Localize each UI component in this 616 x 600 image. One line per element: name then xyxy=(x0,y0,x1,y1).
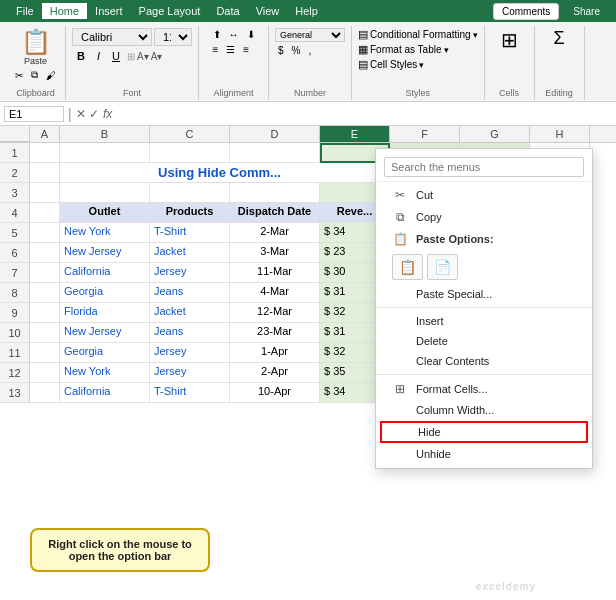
cell-A12[interactable] xyxy=(30,363,60,383)
cell-A8[interactable] xyxy=(30,283,60,303)
menu-item-column-width[interactable]: Column Width... xyxy=(376,400,592,420)
align-center-btn[interactable]: ☰ xyxy=(223,43,238,56)
align-left-btn[interactable]: ≡ xyxy=(210,43,222,56)
col-header-A[interactable]: A xyxy=(30,126,60,142)
align-middle-btn[interactable]: ↔ xyxy=(226,28,242,41)
paste-button[interactable]: 📋 Paste xyxy=(17,28,55,68)
percent-btn[interactable]: % xyxy=(289,44,304,57)
cell-A11[interactable] xyxy=(30,343,60,363)
menu-item-cut[interactable]: ✂ Cut xyxy=(376,184,592,206)
menu-item-hide[interactable]: Hide xyxy=(380,421,588,443)
cell-C1[interactable] xyxy=(150,143,230,163)
cell-C13[interactable]: T-Shirt xyxy=(150,383,230,403)
cell-A3[interactable] xyxy=(30,183,60,203)
cut-button[interactable]: ✂ xyxy=(12,69,26,82)
menu-item-insert[interactable]: Insert xyxy=(376,311,592,331)
cell-D12[interactable]: 2-Apr xyxy=(230,363,320,383)
cell-D3[interactable] xyxy=(230,183,320,203)
col-header-E[interactable]: E xyxy=(320,126,390,142)
cell-B9[interactable]: Florida xyxy=(60,303,150,323)
cell-D11[interactable]: 1-Apr xyxy=(230,343,320,363)
tab-data[interactable]: Data xyxy=(208,3,247,19)
cell-styles-btn[interactable]: ▤ Cell Styles ▾ xyxy=(358,58,478,71)
format-as-table-btn[interactable]: ▦ Format as Table ▾ xyxy=(358,43,478,56)
cell-C9[interactable]: Jacket xyxy=(150,303,230,323)
border-btn[interactable]: ⊞ xyxy=(127,51,135,62)
fill-color-btn[interactable]: A▾ xyxy=(137,51,149,62)
menu-item-unhide[interactable]: Unhide xyxy=(376,444,592,464)
cell-A10[interactable] xyxy=(30,323,60,343)
menu-search-input[interactable]: Search the menus xyxy=(384,157,584,177)
cell-B12[interactable]: New York xyxy=(60,363,150,383)
font-family-select[interactable]: Calibri xyxy=(72,28,152,46)
cell-A6[interactable] xyxy=(30,243,60,263)
cell-A5[interactable] xyxy=(30,223,60,243)
align-right-btn[interactable]: ≡ xyxy=(240,43,252,56)
cell-B2-merged[interactable]: Using Hide Comm... xyxy=(60,163,380,183)
cell-B4[interactable]: Outlet xyxy=(60,203,150,223)
cell-B11[interactable]: Georgia xyxy=(60,343,150,363)
comments-button[interactable]: Comments xyxy=(493,3,559,20)
format-painter-button[interactable]: 🖌 xyxy=(43,69,59,82)
formula-input[interactable] xyxy=(116,107,612,121)
share-button[interactable]: Share xyxy=(565,4,608,19)
col-header-H[interactable]: H xyxy=(530,126,590,142)
cell-C10[interactable]: Jeans xyxy=(150,323,230,343)
cell-A7[interactable] xyxy=(30,263,60,283)
menu-item-delete[interactable]: Delete xyxy=(376,331,592,351)
bold-button[interactable]: B xyxy=(72,48,90,64)
cell-B3[interactable] xyxy=(60,183,150,203)
cell-A13[interactable] xyxy=(30,383,60,403)
tab-view[interactable]: View xyxy=(248,3,288,19)
tab-file[interactable]: File xyxy=(8,3,42,19)
col-header-D[interactable]: D xyxy=(230,126,320,142)
cell-A9[interactable] xyxy=(30,303,60,323)
cell-D4[interactable]: Dispatch Date xyxy=(230,203,320,223)
menu-item-clear-contents[interactable]: Clear Contents xyxy=(376,351,592,371)
cell-C7[interactable]: Jersey xyxy=(150,263,230,283)
cell-C11[interactable]: Jersey xyxy=(150,343,230,363)
cell-D8[interactable]: 4-Mar xyxy=(230,283,320,303)
cell-D5[interactable]: 2-Mar xyxy=(230,223,320,243)
tab-insert[interactable]: Insert xyxy=(87,3,131,19)
underline-button[interactable]: U xyxy=(107,48,125,64)
cell-D6[interactable]: 3-Mar xyxy=(230,243,320,263)
cell-D9[interactable]: 12-Mar xyxy=(230,303,320,323)
number-format-select[interactable]: General xyxy=(275,28,345,42)
col-header-G[interactable]: G xyxy=(460,126,530,142)
cell-B10[interactable]: New Jersey xyxy=(60,323,150,343)
cell-C5[interactable]: T-Shirt xyxy=(150,223,230,243)
cell-D13[interactable]: 10-Apr xyxy=(230,383,320,403)
align-top-btn[interactable]: ⬆ xyxy=(210,28,224,41)
cell-C3[interactable] xyxy=(150,183,230,203)
autosum-icon[interactable]: Σ xyxy=(554,28,565,49)
cell-A1[interactable] xyxy=(30,143,60,163)
menu-item-copy[interactable]: ⧉ Copy xyxy=(376,206,592,228)
cell-C8[interactable]: Jeans xyxy=(150,283,230,303)
cell-D7[interactable]: 11-Mar xyxy=(230,263,320,283)
paste-btn-1[interactable]: 📋 xyxy=(392,254,423,280)
cell-B1[interactable] xyxy=(60,143,150,163)
cell-B13[interactable]: California xyxy=(60,383,150,403)
paste-btn-2[interactable]: 📄 xyxy=(427,254,458,280)
cell-C6[interactable]: Jacket xyxy=(150,243,230,263)
cell-B7[interactable]: California xyxy=(60,263,150,283)
comma-btn[interactable]: , xyxy=(305,44,314,57)
conditional-formatting-btn[interactable]: ▤ Conditional Formatting ▾ xyxy=(358,28,478,41)
align-bottom-btn[interactable]: ⬇ xyxy=(244,28,258,41)
cell-B8[interactable]: Georgia xyxy=(60,283,150,303)
cell-C12[interactable]: Jersey xyxy=(150,363,230,383)
cell-C4[interactable]: Products xyxy=(150,203,230,223)
cell-A4[interactable] xyxy=(30,203,60,223)
tab-page-layout[interactable]: Page Layout xyxy=(131,3,209,19)
cell-D1[interactable] xyxy=(230,143,320,163)
cell-D10[interactable]: 23-Mar xyxy=(230,323,320,343)
font-size-select[interactable]: 11 xyxy=(154,28,192,46)
font-color-btn[interactable]: A▾ xyxy=(151,51,163,62)
tab-help[interactable]: Help xyxy=(287,3,326,19)
menu-item-format-cells[interactable]: ⊞ Format Cells... xyxy=(376,378,592,400)
col-header-C[interactable]: C xyxy=(150,126,230,142)
cell-B5[interactable]: New York xyxy=(60,223,150,243)
cell-A2[interactable] xyxy=(30,163,60,183)
menu-item-paste-special[interactable]: Paste Special... xyxy=(376,284,592,304)
